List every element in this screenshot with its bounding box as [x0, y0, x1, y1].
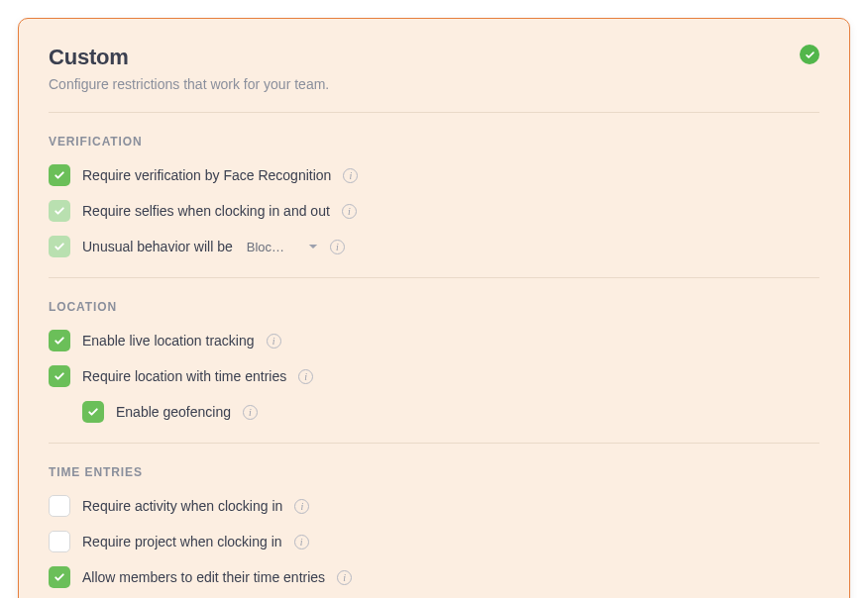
checkbox-require-project[interactable]	[49, 531, 70, 552]
label-unusual-prefix: Unusual behavior will be	[82, 239, 233, 254]
card-header: Custom Configure restrictions that work …	[49, 45, 819, 92]
checkbox-geofencing[interactable]	[82, 401, 104, 423]
card-subtitle: Configure restrictions that work for you…	[49, 76, 329, 92]
info-icon[interactable]: i	[337, 570, 352, 585]
label-require-location: Require location with time entries	[82, 368, 286, 384]
checkbox-require-location[interactable]	[49, 365, 70, 387]
checkbox-live-tracking[interactable]	[49, 330, 70, 351]
info-icon[interactable]: i	[294, 499, 309, 514]
checkbox-allow-edit[interactable]	[49, 566, 70, 588]
label-live-tracking: Enable live location tracking	[82, 333, 255, 349]
row-unusual-behavior: Unusual behavior will be Block... i	[49, 236, 819, 257]
divider	[49, 112, 819, 113]
row-live-tracking: Enable live location tracking i	[49, 330, 819, 351]
section-verification: VERIFICATION Require verification by Fac…	[49, 135, 819, 257]
checkbox-unusual-behavior[interactable]	[49, 236, 70, 257]
divider	[49, 277, 819, 278]
row-require-activity: Require activity when clocking in i	[49, 495, 819, 517]
header-text-block: Custom Configure restrictions that work …	[49, 45, 329, 92]
row-allow-edit: Allow members to edit their time entries…	[49, 566, 819, 588]
label-allow-edit: Allow members to edit their time entries	[82, 569, 325, 585]
checkbox-face-recognition[interactable]	[49, 164, 70, 186]
section-location: LOCATION Enable live location tracking i…	[49, 300, 819, 423]
card-title: Custom	[49, 45, 329, 70]
unusual-behavior-select[interactable]: Block...	[247, 240, 318, 254]
checkbox-require-activity[interactable]	[49, 495, 70, 517]
label-selfies: Require selfies when clocking in and out	[82, 203, 330, 219]
info-icon[interactable]: i	[294, 535, 309, 549]
label-require-activity: Require activity when clocking in	[82, 498, 282, 514]
status-selected-icon	[800, 45, 819, 64]
info-icon[interactable]: i	[330, 240, 345, 254]
section-time-entries: TIME ENTRIES Require activity when clock…	[49, 465, 819, 588]
row-require-project: Require project when clocking in i	[49, 531, 819, 552]
settings-card: Custom Configure restrictions that work …	[18, 18, 850, 598]
row-face-recognition: Require verification by Face Recognition…	[49, 164, 819, 186]
info-icon[interactable]: i	[342, 204, 357, 219]
info-icon[interactable]: i	[243, 405, 258, 420]
info-icon[interactable]: i	[343, 168, 358, 183]
select-value: Block...	[247, 240, 288, 254]
label-face-recognition: Require verification by Face Recognition	[82, 167, 331, 183]
checkbox-selfies[interactable]	[49, 200, 70, 222]
chevron-down-icon	[294, 242, 318, 251]
section-header-time: TIME ENTRIES	[49, 465, 819, 479]
divider	[49, 443, 819, 444]
label-require-project: Require project when clocking in	[82, 534, 282, 549]
section-header-verification: VERIFICATION	[49, 135, 819, 149]
row-selfies: Require selfies when clocking in and out…	[49, 200, 819, 222]
section-header-location: LOCATION	[49, 300, 819, 314]
info-icon[interactable]: i	[267, 334, 281, 349]
label-geofencing: Enable geofencing	[116, 404, 231, 420]
info-icon[interactable]: i	[298, 369, 313, 384]
row-require-location: Require location with time entries i	[49, 365, 819, 387]
row-geofencing: Enable geofencing i	[49, 401, 819, 423]
